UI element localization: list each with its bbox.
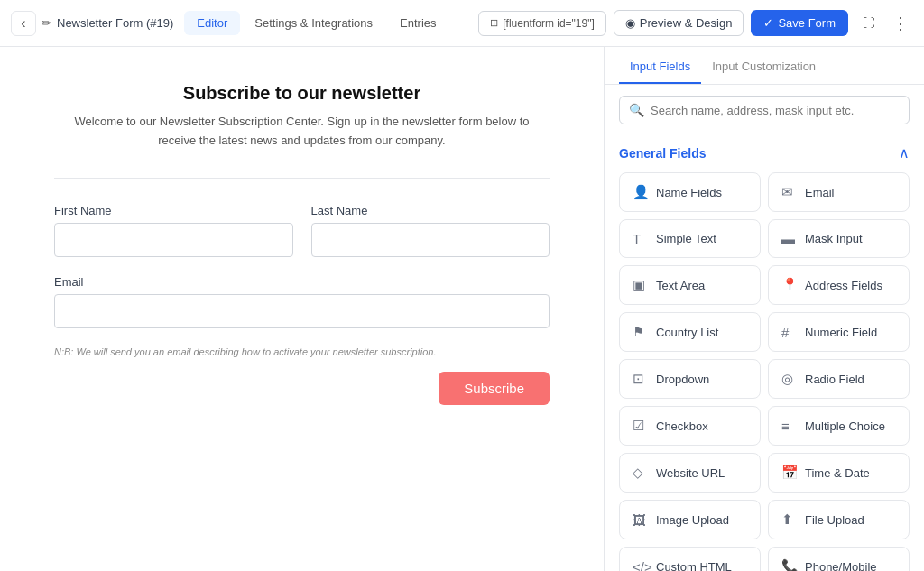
- mask-input-icon: ▬: [781, 231, 798, 246]
- back-button[interactable]: ‹: [11, 11, 36, 36]
- panel-tabs: Input Fields Input Customization: [605, 47, 924, 85]
- search-input[interactable]: [651, 104, 900, 117]
- text-area-icon: ▣: [633, 277, 649, 293]
- first-name-field: First Name: [54, 204, 293, 257]
- field-card-text-area[interactable]: ▣Text Area: [619, 265, 761, 305]
- email-input[interactable]: [54, 294, 550, 328]
- field-card-website-url[interactable]: ◇Website URL: [619, 453, 761, 493]
- nav-actions: ⊞ [fluentform id="19"] ◉ Preview & Desig…: [478, 10, 913, 36]
- email-label: Email: [54, 275, 550, 289]
- panel-search: 🔍: [605, 85, 924, 135]
- field-card-time-date[interactable]: 📅Time & Date: [768, 453, 910, 493]
- name-fields-icon: 👤: [633, 184, 649, 200]
- shortcode-button[interactable]: ⊞ [fluentform id="19"]: [478, 11, 606, 36]
- mask-input-label: Mask Input: [805, 232, 863, 245]
- section-toggle-icon[interactable]: ∧: [899, 144, 910, 161]
- shortcode-brackets-icon: ⊞: [490, 17, 498, 29]
- radio-field-label: Radio Field: [805, 373, 864, 386]
- custom-html-icon: </>: [633, 559, 649, 572]
- checkbox-label: Checkbox: [656, 419, 708, 433]
- tab-settings[interactable]: Settings & Integrations: [242, 11, 385, 35]
- checkbox-icon: ☑: [633, 418, 649, 434]
- field-card-numeric-field[interactable]: #Numeric Field: [768, 312, 910, 352]
- preview-button[interactable]: ◉ Preview & Design: [614, 10, 744, 36]
- time-date-label: Time & Date: [805, 466, 870, 480]
- multiple-choice-label: Multiple Choice: [805, 419, 885, 433]
- field-card-custom-html[interactable]: </>Custom HTML: [619, 547, 761, 571]
- last-name-field: Last Name: [311, 204, 550, 257]
- tab-input-customization[interactable]: Input Customization: [701, 47, 827, 84]
- search-icon: 🔍: [629, 103, 644, 117]
- save-button[interactable]: ✓ Save Form: [751, 10, 848, 36]
- website-url-label: Website URL: [656, 466, 725, 480]
- first-name-label: First Name: [54, 204, 293, 217]
- multiple-choice-icon: ≡: [781, 419, 798, 434]
- tab-entries[interactable]: Entries: [387, 11, 448, 35]
- top-nav: ‹ ✏ Newsletter Form (#19) Editor Setting…: [0, 0, 924, 47]
- country-list-icon: ⚑: [633, 324, 649, 340]
- last-name-input[interactable]: [311, 223, 550, 257]
- subscribe-button[interactable]: Subscribe: [439, 372, 550, 405]
- field-card-dropdown[interactable]: ⊡Dropdown: [619, 359, 761, 399]
- field-card-image-upload[interactable]: 🖼Image Upload: [619, 500, 761, 539]
- email-field: Email: [54, 275, 550, 328]
- field-card-file-upload[interactable]: ⬆File Upload: [768, 500, 910, 539]
- image-upload-icon: 🖼: [633, 512, 649, 528]
- tab-input-fields[interactable]: Input Fields: [619, 47, 701, 84]
- field-card-name-fields[interactable]: 👤Name Fields: [619, 172, 761, 212]
- field-card-multiple-choice[interactable]: ≡Multiple Choice: [768, 406, 910, 446]
- field-card-radio-field[interactable]: ◎Radio Field: [768, 359, 910, 399]
- form-canvas: Subscribe to our newsletter Welcome to o…: [0, 47, 604, 571]
- address-fields-icon: 📍: [781, 277, 798, 293]
- form-subtitle: Welcome to our Newsletter Subscription C…: [54, 113, 550, 151]
- website-url-icon: ◇: [633, 465, 649, 481]
- section-title: General Fields: [619, 146, 706, 161]
- fullscreen-button[interactable]: ⛶: [855, 11, 881, 36]
- form-note: N:B: We will send you an email describin…: [54, 346, 550, 357]
- field-card-country-list[interactable]: ⚑Country List: [619, 312, 761, 352]
- field-card-simple-text[interactable]: TSimple Text: [619, 219, 761, 258]
- simple-text-icon: T: [633, 231, 649, 246]
- field-card-checkbox[interactable]: ☑Checkbox: [619, 406, 761, 446]
- nav-tabs: Editor Settings & Integrations Entries: [184, 11, 448, 35]
- dropdown-label: Dropdown: [656, 373, 709, 386]
- simple-text-label: Simple Text: [656, 232, 716, 245]
- last-name-label: Last Name: [311, 204, 550, 217]
- country-list-label: Country List: [656, 326, 718, 339]
- field-card-mask-input[interactable]: ▬Mask Input: [768, 219, 910, 258]
- name-fields-label: Name Fields: [656, 186, 722, 199]
- fields-section: General Fields ∧ 👤Name Fields✉EmailTSimp…: [605, 135, 924, 571]
- numeric-field-label: Numeric Field: [805, 326, 877, 339]
- email-label: Email: [805, 186, 835, 199]
- file-upload-label: File Upload: [805, 513, 864, 527]
- phone-mobile-label: Phone/Mobile: [805, 560, 877, 572]
- name-row: First Name Last Name: [54, 204, 550, 257]
- search-box: 🔍: [619, 96, 910, 124]
- field-card-email[interactable]: ✉Email: [768, 172, 910, 212]
- check-icon: ✓: [763, 16, 773, 30]
- eye-icon: ◉: [625, 16, 635, 30]
- form-title: Subscribe to our newsletter: [54, 83, 550, 104]
- form-divider: [54, 178, 550, 179]
- fields-grid: 👤Name Fields✉EmailTSimple Text▬Mask Inpu…: [619, 172, 910, 571]
- email-icon: ✉: [781, 184, 798, 200]
- form-title: Newsletter Form (#19): [57, 16, 173, 30]
- first-name-input[interactable]: [54, 223, 293, 257]
- tab-editor[interactable]: Editor: [184, 11, 240, 35]
- phone-mobile-icon: 📞: [781, 558, 798, 571]
- field-card-address-fields[interactable]: 📍Address Fields: [768, 265, 910, 305]
- text-area-label: Text Area: [656, 279, 705, 292]
- numeric-field-icon: #: [781, 325, 798, 340]
- right-panel: Input Fields Input Customization 🔍 Gener…: [604, 47, 924, 571]
- edit-icon: ✏: [42, 16, 51, 30]
- section-header: General Fields ∧: [619, 135, 910, 172]
- more-options-button[interactable]: ⋮: [888, 11, 913, 36]
- time-date-icon: 📅: [781, 465, 798, 481]
- radio-field-icon: ◎: [781, 371, 798, 387]
- email-row: Email: [54, 275, 550, 328]
- field-card-phone-mobile[interactable]: 📞Phone/Mobile: [768, 547, 910, 571]
- custom-html-label: Custom HTML: [656, 560, 732, 572]
- image-upload-label: Image Upload: [656, 513, 729, 527]
- dropdown-icon: ⊡: [633, 371, 649, 387]
- file-upload-icon: ⬆: [781, 511, 798, 528]
